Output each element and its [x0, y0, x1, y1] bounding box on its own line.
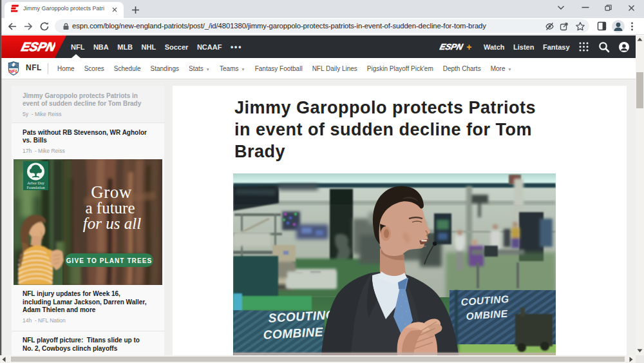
svg-text:ESPN: ESPN	[439, 42, 464, 52]
svg-text:ESPN: ESPN	[20, 41, 55, 53]
svg-text:+: +	[466, 42, 471, 52]
svg-text:a future: a future	[85, 199, 135, 217]
svg-text:GIVE TO PLANT TREES: GIVE TO PLANT TREES	[66, 257, 153, 264]
svg-text:Arbor Day: Arbor Day	[27, 181, 45, 185]
svg-text:NFL: NFL	[9, 68, 19, 74]
svg-text:for us all: for us all	[83, 215, 141, 232]
svg-text:Foundation: Foundation	[26, 185, 44, 190]
